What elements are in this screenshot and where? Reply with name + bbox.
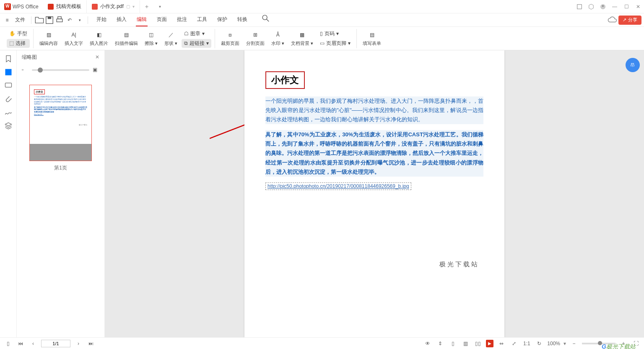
thumbnail-page-1[interactable]: 小作文 一个阳光明媚的早晨我们参观了梅村污水处理场进入大门一阵阵恶臭扑鼻而来首先… <box>29 85 92 161</box>
open-folder-icon[interactable] <box>35 16 44 25</box>
menu-tabs: 开始 插入 编辑 页面 批注 工具 保护 转换 <box>96 13 270 26</box>
menu-file[interactable]: 文件 <box>13 16 28 23</box>
hyperlink-tool[interactable]: ⧉ 超链接 ▾ <box>182 39 211 48</box>
page-number-tool[interactable]: ▯ 页码 ▾ <box>317 29 353 38</box>
svg-rect-9 <box>5 83 11 87</box>
svg-rect-4 <box>48 16 51 19</box>
ribbon: ✋ 手型 ⬚ 选择 ▨编辑内容 A|插入文字 ◧插入图片 ▤扫描件编辑 ◫擦除 … <box>0 27 644 50</box>
status-bar: ▯ ⏮ ‹ › ⏭ 👁 ⇕ ▯ ▥ ▯▯ ▶ ⇔ ⤢ 1:1 ↻ 100%▾ −… <box>0 337 644 349</box>
sb-zoom-value: 100% <box>547 341 560 346</box>
menu-tab-protect[interactable]: 保护 <box>216 13 228 26</box>
thumb-zoom-slider[interactable] <box>32 69 89 71</box>
doc-title[interactable]: 小作文 <box>265 71 305 89</box>
assistant-button[interactable]: 昂 <box>626 58 640 72</box>
menu-hamburger-icon[interactable]: ≡ <box>3 16 12 25</box>
doc-paragraph-1[interactable]: 一个阳光明媚的早晨，我们参观了梅村污水处理场。进入大门，一阵阵恶臭扑鼻而来，，首… <box>265 96 483 124</box>
doc-hyperlink[interactable]: http://pic50.photophoto.cn/20190217/0008… <box>265 182 411 190</box>
layers-icon[interactable] <box>4 122 13 130</box>
sb-panel-icon[interactable]: ▯ <box>3 339 13 348</box>
sb-zoom-dropdown-icon[interactable]: ▾ <box>564 341 566 346</box>
insert-image-tool[interactable]: ◧插入图片 <box>87 29 111 48</box>
sb-eye-icon[interactable]: 👁 <box>423 339 432 348</box>
wps-logo-icon <box>4 3 11 10</box>
sb-next-page-icon[interactable]: › <box>74 339 83 348</box>
share-button[interactable]: ↗ 分享 <box>618 16 641 25</box>
document-canvas[interactable]: ⓘ 正在试用会员专享链接功能 立即开通 ✕ 小作文 一个阳光明媚的早晨，我们参观… <box>105 50 644 337</box>
redo-icon[interactable]: ▾ <box>75 16 84 25</box>
shape-tool[interactable]: ／形状 ▾ <box>162 29 180 48</box>
split-page-tool[interactable]: ⊞分割页面 <box>244 29 267 48</box>
user-avatar-icon[interactable] <box>597 1 609 13</box>
search-icon[interactable] <box>261 13 270 23</box>
svg-point-2 <box>602 5 604 7</box>
sb-arrows-icon[interactable]: ⇕ <box>436 339 445 348</box>
edit-content-tool[interactable]: ▨编辑内容 <box>37 29 60 48</box>
svg-rect-6 <box>58 16 61 19</box>
thumb-small-icon[interactable]: ▫ <box>22 67 29 73</box>
menu-tab-page[interactable]: 页面 <box>156 13 168 26</box>
thumbnail-icon[interactable] <box>4 68 13 76</box>
tab-template[interactable]: 找稿壳模板 <box>43 0 87 13</box>
hand-tool[interactable]: ✋ 手型 <box>7 29 30 38</box>
cube-icon[interactable] <box>585 1 597 13</box>
crop-page-tool[interactable]: ⧈裁剪页面 <box>218 29 242 48</box>
tab-floating-icon[interactable]: ▢ <box>126 4 130 9</box>
app-brand: WPS Office <box>0 0 43 13</box>
tab-list-button[interactable]: ▾ <box>153 0 167 13</box>
minimize-icon[interactable]: — <box>609 1 621 13</box>
brand-watermark: G极光下载站 www.xzCH 众甄 <box>602 343 636 349</box>
menu-tab-tools[interactable]: 工具 <box>196 13 208 26</box>
menu-tab-start[interactable]: 开始 <box>96 13 107 26</box>
svg-rect-8 <box>5 69 11 76</box>
maximize-icon[interactable]: ☐ <box>621 1 632 13</box>
comment-icon[interactable] <box>4 81 13 90</box>
sb-single-page-icon[interactable]: ▯ <box>448 339 457 348</box>
svg-rect-5 <box>57 19 62 22</box>
sb-last-page-icon[interactable]: ⏭ <box>86 339 96 348</box>
menu-tab-insert[interactable]: 插入 <box>116 13 127 26</box>
thumbnail-close-icon[interactable]: ✕ <box>95 54 99 60</box>
sb-fit-width-icon[interactable]: ⇔ <box>497 339 506 348</box>
thumb-large-icon[interactable]: ▣ <box>93 67 99 73</box>
menu-bar: ≡ 文件 ↶ ▾ 开始 插入 编辑 页面 批注 工具 保护 转换 ↗ 分享 <box>0 13 644 27</box>
sb-prev-page-icon[interactable]: ‹ <box>29 339 38 348</box>
tab-active-doc[interactable]: 小作文.pdf ▢ ▾ <box>87 0 140 13</box>
sb-two-page-icon[interactable]: ▯▯ <box>473 339 483 348</box>
header-footer-tool[interactable]: ▭ 页眉页脚 ▾ <box>317 39 353 48</box>
scan-edit-tool[interactable]: ▤扫描件编辑 <box>112 29 140 48</box>
sb-page-input[interactable] <box>41 340 70 347</box>
save-icon[interactable] <box>45 16 54 25</box>
sb-rotate-icon[interactable]: ↻ <box>535 339 544 348</box>
sb-continuous-icon[interactable]: ▥ <box>461 339 470 348</box>
doc-bg-tool[interactable]: ▩文档背景 ▾ <box>288 29 316 48</box>
tab-dropdown-icon[interactable]: ▾ <box>132 4 135 9</box>
watermark-tool[interactable]: Å水印 ▾ <box>269 29 287 48</box>
doc-paragraph-2[interactable]: 具了解，其中70%为工业废水，30%为生活废水，设计采用CAST污水处理工艺。我… <box>265 130 483 176</box>
sb-play-icon[interactable]: ▶ <box>486 340 493 347</box>
menu-tab-edit[interactable]: 编辑 <box>136 13 148 26</box>
bookmark-icon[interactable] <box>4 55 13 63</box>
erase-tool[interactable]: ◫擦除 ▾ <box>142 29 160 48</box>
tab-add-button[interactable]: ＋ <box>140 0 153 13</box>
sb-fit-page-icon[interactable]: ⤢ <box>509 339 519 348</box>
sb-actual-size-icon[interactable]: 1:1 <box>522 339 531 348</box>
signature-icon[interactable] <box>4 108 13 117</box>
attachment-icon[interactable] <box>4 95 13 103</box>
select-tool[interactable]: ⬚ 选择 <box>7 39 30 48</box>
cloud-icon[interactable] <box>608 15 618 25</box>
insert-text-tool[interactable]: A|插入文字 <box>62 29 86 48</box>
undo-icon[interactable]: ↶ <box>65 16 74 25</box>
stamp-tool[interactable]: ☖ 图章 ▾ <box>182 29 211 38</box>
menu-tab-annotate[interactable]: 批注 <box>176 13 188 26</box>
sb-zoom-out-icon[interactable]: − <box>569 339 579 348</box>
reader-mode-icon[interactable] <box>574 1 585 13</box>
print-icon[interactable] <box>55 16 64 25</box>
title-bar: WPS Office 找稿壳模板 小作文.pdf ▢ ▾ ＋ ▾ — ☐ ✕ <box>0 0 644 13</box>
left-strip <box>0 50 17 337</box>
fill-form-tool[interactable]: ▤填写表单 <box>360 29 384 48</box>
tab-label: 小作文.pdf <box>100 3 124 10</box>
close-icon[interactable]: ✕ <box>632 1 644 13</box>
menu-tab-convert[interactable]: 转换 <box>236 13 248 26</box>
sb-first-page-icon[interactable]: ⏮ <box>16 339 25 348</box>
main-area: 缩略图 ✕ ▫ ▣ 小作文 一个阳光明媚的早晨我们参观了梅村污水处理场进入大门一… <box>0 50 644 337</box>
